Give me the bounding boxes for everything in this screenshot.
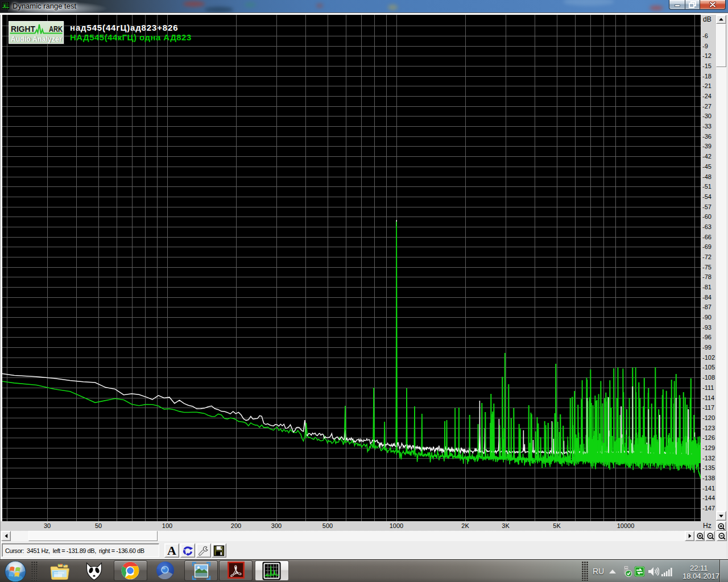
svg-text:RIGHT: RIGHT — [11, 24, 35, 34]
svg-text:Audio Analyzer: Audio Analyzer — [11, 35, 63, 43]
svg-text:ARK: ARK — [49, 24, 63, 34]
